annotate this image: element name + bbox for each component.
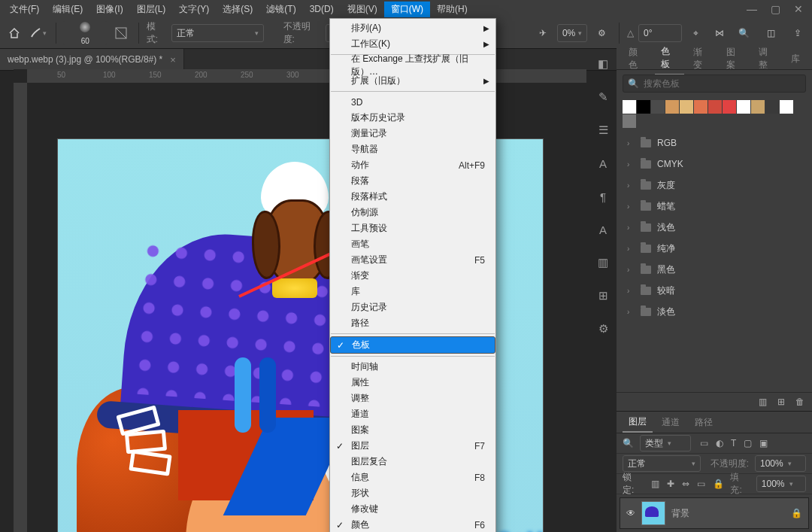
- tab-close-icon[interactable]: ×: [170, 54, 176, 65]
- blend-mode-select[interactable]: 正常▾: [171, 24, 264, 42]
- panel-tab[interactable]: 库: [785, 50, 806, 68]
- swatch-folder[interactable]: ›RGB: [621, 132, 807, 154]
- swatch-folder[interactable]: ›蜡笔: [621, 196, 807, 217]
- menuitem[interactable]: 段落: [330, 173, 495, 189]
- filter-icon[interactable]: T: [731, 438, 736, 448]
- ruler-vertical[interactable]: [14, 83, 27, 532]
- filter-icon[interactable]: ▢: [744, 438, 752, 448]
- swatch-folder[interactable]: ›纯净: [621, 238, 807, 259]
- menuitem[interactable]: 工具预设: [330, 220, 495, 236]
- flow-field[interactable]: 0%▾: [557, 24, 587, 42]
- panel-icon[interactable]: ✎: [592, 86, 614, 108]
- menuitem[interactable]: 渐变: [330, 268, 495, 284]
- visibility-icon[interactable]: 👁: [626, 508, 635, 518]
- swatch-folder[interactable]: ›灰度: [621, 175, 807, 196]
- layer-blend-select[interactable]: 正常▾: [623, 455, 701, 472]
- menu-image[interactable]: 图像(I): [89, 2, 129, 17]
- workspace-icon[interactable]: ◫: [761, 23, 780, 43]
- grid-view-icon[interactable]: ▥: [759, 397, 767, 407]
- swatch[interactable]: [680, 100, 693, 114]
- menuitem[interactable]: 属性: [330, 375, 495, 391]
- swatch-folder[interactable]: ›较暗: [621, 280, 807, 301]
- menuitem[interactable]: 库: [330, 284, 495, 299]
- brush-panel-icon[interactable]: [111, 23, 131, 43]
- swatch[interactable]: [637, 100, 650, 114]
- new-swatch-icon[interactable]: ⊞: [777, 397, 785, 407]
- minimize-icon[interactable]: —: [747, 3, 757, 15]
- filter-icon[interactable]: ▭: [700, 438, 708, 448]
- menuitem[interactable]: 在 Exchange 上查找扩展（旧版）…: [330, 57, 495, 73]
- settings-gear-icon[interactable]: ⚙: [592, 23, 611, 43]
- menu-edit[interactable]: 编辑(E): [46, 2, 89, 17]
- swatches-search-input[interactable]: [644, 78, 756, 89]
- menuitem[interactable]: 修改键: [330, 501, 495, 517]
- close-icon[interactable]: ✕: [794, 3, 803, 15]
- filter-icon[interactable]: ▣: [759, 438, 768, 448]
- airbrush-icon[interactable]: ✈: [533, 23, 553, 43]
- brush-preset[interactable]: 60: [63, 21, 107, 45]
- menu-window[interactable]: 窗口(W): [384, 2, 430, 17]
- menuitem[interactable]: 画笔设置F5: [330, 252, 495, 268]
- layer-fill-field[interactable]: 100%▾: [756, 476, 806, 492]
- angle-field[interactable]: 0°: [638, 24, 682, 42]
- swatch-folder[interactable]: ›淡色: [621, 301, 807, 322]
- panel-icon[interactable]: A: [592, 218, 614, 241]
- panel-tab[interactable]: 调整: [753, 43, 782, 74]
- search-icon[interactable]: 🔍: [623, 438, 634, 448]
- menuitem[interactable]: 3D: [330, 94, 495, 110]
- menuitem[interactable]: ✓色板: [330, 336, 495, 354]
- menu-layer[interactable]: 图层(L): [130, 2, 173, 17]
- menuitem[interactable]: 通道: [330, 406, 495, 422]
- panel-tab[interactable]: 路径: [689, 413, 719, 432]
- swatch[interactable]: [708, 100, 722, 114]
- layer-filter-type[interactable]: 类型▾: [640, 435, 691, 451]
- menuitem[interactable]: 路径: [330, 315, 495, 331]
- menuitem[interactable]: 动作Alt+F9: [330, 157, 495, 173]
- lock-option-icon[interactable]: ⇔: [682, 479, 689, 489]
- lock-option-icon[interactable]: ▥: [651, 479, 659, 489]
- menu-type[interactable]: 文字(Y): [172, 2, 216, 17]
- symmetry-icon[interactable]: ⌖: [686, 23, 706, 43]
- layer-name[interactable]: 背景: [671, 507, 689, 520]
- document-tab[interactable]: webp.webp (3).jpg @ 100%(RGB/8#) * ×: [0, 49, 184, 70]
- menuitem[interactable]: 图案: [330, 422, 495, 438]
- brush-tool-icon[interactable]: ▾: [29, 23, 48, 43]
- panel-icon[interactable]: ▥: [592, 251, 614, 274]
- filter-icon[interactable]: ◐: [716, 438, 723, 448]
- swatch[interactable]: [623, 114, 636, 128]
- menu-3d[interactable]: 3D(D): [303, 2, 341, 16]
- panel-icon[interactable]: A: [592, 152, 614, 175]
- swatch[interactable]: [723, 100, 736, 114]
- panel-icon[interactable]: ¶: [592, 185, 614, 208]
- swatch-folder[interactable]: ›黑色: [621, 259, 807, 280]
- lock-option-icon[interactable]: 🔒: [713, 479, 724, 489]
- lock-option-icon[interactable]: ▭: [697, 479, 705, 489]
- menu-file[interactable]: 文件(F): [3, 2, 46, 17]
- menuitem[interactable]: 调整: [330, 391, 495, 406]
- panel-tab[interactable]: 色板: [655, 42, 684, 75]
- menuitem[interactable]: 形状: [330, 485, 495, 501]
- menu-filter[interactable]: 滤镜(T): [259, 2, 302, 17]
- menu-view[interactable]: 视图(V): [341, 2, 384, 17]
- panel-icon[interactable]: ◧: [592, 53, 614, 75]
- swatch[interactable]: [665, 100, 679, 114]
- lock-option-icon[interactable]: ✚: [667, 479, 674, 489]
- swatch-folder[interactable]: ›浅色: [621, 217, 807, 238]
- maximize-icon[interactable]: ▢: [771, 3, 780, 15]
- panel-icon[interactable]: ⚙: [592, 318, 614, 340]
- menuitem[interactable]: 版本历史记录: [330, 110, 495, 126]
- lock-icon[interactable]: 🔒: [791, 508, 802, 518]
- swatch-folder[interactable]: ›CMYK: [621, 154, 807, 175]
- layer-thumbnail[interactable]: [641, 501, 665, 525]
- menuitem[interactable]: ✓图层F7: [330, 438, 495, 454]
- menu-help[interactable]: 帮助(H): [430, 2, 474, 17]
- menuitem[interactable]: 导航器: [330, 141, 495, 157]
- panel-icon[interactable]: ⊞: [592, 284, 614, 307]
- swatches-search[interactable]: 🔍: [623, 74, 806, 93]
- swatch[interactable]: [651, 100, 665, 114]
- swatch[interactable]: [780, 100, 793, 114]
- menuitem[interactable]: 图层复合: [330, 454, 495, 470]
- swatch[interactable]: [765, 100, 779, 114]
- menuitem[interactable]: ✓颜色F6: [330, 517, 495, 532]
- menuitem[interactable]: 时间轴: [330, 359, 495, 375]
